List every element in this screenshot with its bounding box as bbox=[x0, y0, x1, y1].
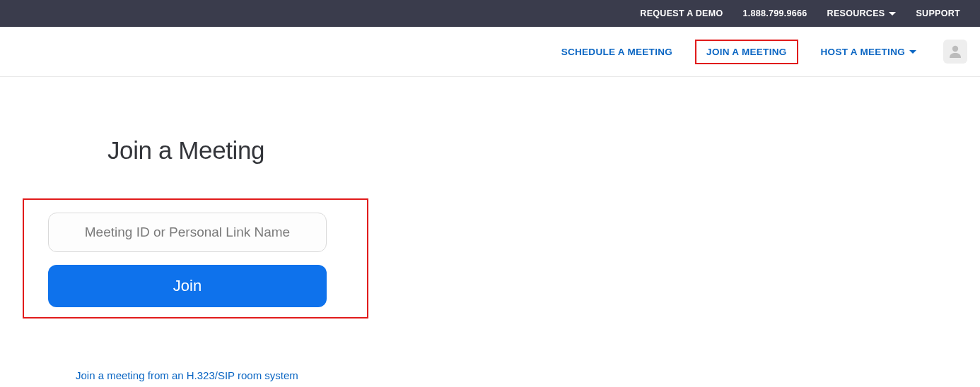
host-meeting-dropdown[interactable]: HOST A MEETING bbox=[815, 42, 922, 61]
host-meeting-label: HOST A MEETING bbox=[821, 47, 905, 57]
avatar[interactable] bbox=[943, 40, 967, 64]
mainbar: SCHEDULE A MEETING JOIN A MEETING HOST A… bbox=[0, 27, 980, 77]
join-meeting-link[interactable]: JOIN A MEETING bbox=[695, 40, 798, 64]
topbar: REQUEST A DEMO 1.888.799.9666 RESOURCES … bbox=[0, 0, 980, 27]
schedule-meeting-link[interactable]: SCHEDULE A MEETING bbox=[556, 42, 678, 61]
join-form: Join bbox=[23, 198, 368, 318]
user-icon bbox=[947, 43, 964, 60]
resources-label: RESOURCES bbox=[827, 8, 885, 18]
page-title: Join a Meeting bbox=[107, 136, 980, 165]
join-button[interactable]: Join bbox=[48, 265, 327, 307]
svg-point-0 bbox=[952, 46, 958, 52]
chevron-down-icon bbox=[909, 50, 916, 54]
h323-sip-link[interactable]: Join a meeting from an H.323/SIP room sy… bbox=[76, 369, 298, 381]
support-link[interactable]: SUPPORT bbox=[916, 8, 960, 18]
phone-number[interactable]: 1.888.799.9666 bbox=[742, 8, 807, 18]
chevron-down-icon bbox=[889, 12, 896, 16]
request-demo-link[interactable]: REQUEST A DEMO bbox=[640, 8, 723, 18]
resources-dropdown[interactable]: RESOURCES bbox=[827, 8, 897, 18]
meeting-id-input[interactable] bbox=[48, 213, 327, 252]
content: Join a Meeting Join Join a meeting from … bbox=[0, 77, 980, 382]
